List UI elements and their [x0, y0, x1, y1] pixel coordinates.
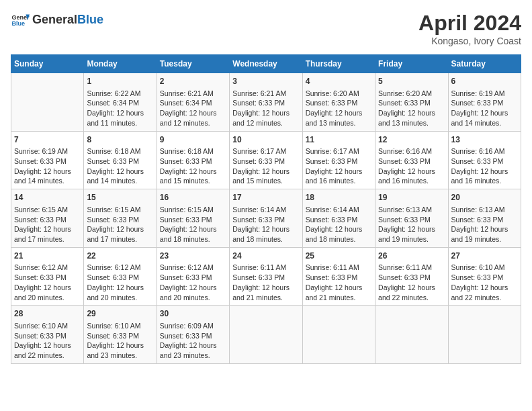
day-number: 27: [451, 250, 518, 262]
day-info: Sunrise: 6:19 AMSunset: 6:33 PMDaylight:…: [14, 146, 81, 186]
calendar-cell: 9Sunrise: 6:18 AMSunset: 6:33 PMDaylight…: [157, 131, 229, 189]
day-number: 5: [378, 76, 445, 87]
calendar-cell: 22Sunrise: 6:12 AMSunset: 6:33 PMDayligh…: [84, 247, 157, 306]
day-number: 6: [451, 76, 518, 87]
calendar-cell: 17Sunrise: 6:14 AMSunset: 6:33 PMDayligh…: [230, 189, 302, 248]
day-info: Sunrise: 6:17 AMSunset: 6:33 PMDaylight:…: [306, 146, 372, 186]
day-info: Sunrise: 6:17 AMSunset: 6:33 PMDaylight:…: [232, 146, 299, 186]
calendar-cell: [375, 306, 448, 364]
day-info: Sunrise: 6:18 AMSunset: 6:33 PMDaylight:…: [87, 146, 153, 186]
calendar-cell: 7Sunrise: 6:19 AMSunset: 6:33 PMDaylight…: [11, 131, 84, 189]
day-info: Sunrise: 6:12 AMSunset: 6:33 PMDaylight:…: [160, 263, 226, 302]
calendar-cell: 4Sunrise: 6:20 AMSunset: 6:33 PMDaylight…: [302, 73, 375, 132]
day-header-saturday: Saturday: [448, 55, 521, 73]
calendar-cell: 5Sunrise: 6:20 AMSunset: 6:33 PMDaylight…: [375, 73, 448, 132]
calendar-cell: 8Sunrise: 6:18 AMSunset: 6:33 PMDaylight…: [84, 131, 157, 189]
calendar-cell: 18Sunrise: 6:14 AMSunset: 6:33 PMDayligh…: [302, 189, 375, 248]
calendar-cell: 21Sunrise: 6:12 AMSunset: 6:33 PMDayligh…: [11, 247, 84, 306]
calendar-cell: 10Sunrise: 6:17 AMSunset: 6:33 PMDayligh…: [230, 131, 302, 189]
day-info: Sunrise: 6:10 AMSunset: 6:33 PMDaylight:…: [451, 263, 518, 302]
calendar-cell: 23Sunrise: 6:12 AMSunset: 6:33 PMDayligh…: [157, 247, 229, 306]
day-header-monday: Monday: [84, 55, 157, 73]
day-info: Sunrise: 6:14 AMSunset: 6:33 PMDaylight:…: [306, 205, 372, 244]
calendar-cell: 6Sunrise: 6:19 AMSunset: 6:33 PMDaylight…: [448, 73, 521, 132]
calendar-cell: [11, 73, 84, 132]
calendar-cell: 30Sunrise: 6:09 AMSunset: 6:33 PMDayligh…: [157, 306, 229, 364]
day-number: 20: [451, 192, 518, 203]
calendar-cell: [302, 306, 375, 364]
day-info: Sunrise: 6:21 AMSunset: 6:34 PMDaylight:…: [160, 89, 226, 128]
calendar-cell: 25Sunrise: 6:11 AMSunset: 6:33 PMDayligh…: [302, 247, 375, 306]
calendar-cell: 3Sunrise: 6:21 AMSunset: 6:33 PMDaylight…: [230, 73, 302, 132]
calendar-cell: 27Sunrise: 6:10 AMSunset: 6:33 PMDayligh…: [448, 247, 521, 306]
day-number: 19: [378, 192, 445, 203]
day-info: Sunrise: 6:15 AMSunset: 6:33 PMDaylight:…: [87, 205, 153, 244]
day-info: Sunrise: 6:22 AMSunset: 6:34 PMDaylight:…: [87, 89, 153, 128]
logo-text: GeneralBlue: [32, 13, 103, 27]
calendar-cell: 24Sunrise: 6:11 AMSunset: 6:33 PMDayligh…: [230, 247, 302, 306]
day-info: Sunrise: 6:15 AMSunset: 6:33 PMDaylight:…: [14, 205, 81, 244]
logo-icon: General Blue: [11, 11, 30, 30]
calendar-cell: 26Sunrise: 6:11 AMSunset: 6:33 PMDayligh…: [375, 247, 448, 306]
day-info: Sunrise: 6:19 AMSunset: 6:33 PMDaylight:…: [451, 89, 518, 128]
day-info: Sunrise: 6:09 AMSunset: 6:33 PMDaylight:…: [160, 321, 226, 361]
day-number: 18: [306, 192, 372, 203]
calendar-cell: 19Sunrise: 6:13 AMSunset: 6:33 PMDayligh…: [375, 189, 448, 248]
day-info: Sunrise: 6:16 AMSunset: 6:33 PMDaylight:…: [378, 146, 445, 186]
day-number: 30: [160, 308, 226, 320]
day-number: 29: [87, 308, 153, 320]
calendar-cell: 15Sunrise: 6:15 AMSunset: 6:33 PMDayligh…: [84, 189, 157, 248]
day-number: 2: [160, 76, 226, 87]
calendar-week-row: 7Sunrise: 6:19 AMSunset: 6:33 PMDaylight…: [11, 131, 521, 189]
day-number: 8: [87, 134, 153, 146]
day-number: 1: [87, 76, 153, 87]
day-info: Sunrise: 6:16 AMSunset: 6:33 PMDaylight:…: [451, 146, 518, 186]
day-number: 17: [232, 192, 299, 203]
day-header-wednesday: Wednesday: [230, 55, 302, 73]
page-title: April 2024: [418, 11, 521, 36]
day-header-friday: Friday: [375, 55, 448, 73]
calendar-cell: [230, 306, 302, 364]
day-info: Sunrise: 6:11 AMSunset: 6:33 PMDaylight:…: [306, 263, 372, 302]
title-block: April 2024 Kongaso, Ivory Coast: [418, 11, 521, 46]
day-number: 16: [160, 192, 226, 203]
day-info: Sunrise: 6:15 AMSunset: 6:33 PMDaylight:…: [160, 205, 226, 244]
day-number: 3: [232, 76, 299, 87]
day-info: Sunrise: 6:12 AMSunset: 6:33 PMDaylight:…: [87, 263, 153, 302]
calendar-week-row: 21Sunrise: 6:12 AMSunset: 6:33 PMDayligh…: [11, 247, 521, 306]
day-info: Sunrise: 6:13 AMSunset: 6:33 PMDaylight:…: [451, 205, 518, 244]
day-number: 28: [14, 308, 81, 320]
day-header-tuesday: Tuesday: [157, 55, 229, 73]
day-info: Sunrise: 6:10 AMSunset: 6:33 PMDaylight:…: [87, 321, 153, 361]
calendar-cell: 1Sunrise: 6:22 AMSunset: 6:34 PMDaylight…: [84, 73, 157, 132]
day-number: 12: [378, 134, 445, 146]
day-info: Sunrise: 6:20 AMSunset: 6:33 PMDaylight:…: [378, 89, 445, 128]
page-subtitle: Kongaso, Ivory Coast: [418, 36, 521, 46]
day-number: 15: [87, 192, 153, 203]
calendar-cell: 29Sunrise: 6:10 AMSunset: 6:33 PMDayligh…: [84, 306, 157, 364]
calendar-cell: 28Sunrise: 6:10 AMSunset: 6:33 PMDayligh…: [11, 306, 84, 364]
calendar-week-row: 1Sunrise: 6:22 AMSunset: 6:34 PMDaylight…: [11, 73, 521, 132]
calendar-cell: 12Sunrise: 6:16 AMSunset: 6:33 PMDayligh…: [375, 131, 448, 189]
page-header: General Blue GeneralBlue April 2024 Kong…: [11, 11, 521, 46]
calendar-week-row: 14Sunrise: 6:15 AMSunset: 6:33 PMDayligh…: [11, 189, 521, 248]
day-number: 11: [306, 134, 372, 146]
day-info: Sunrise: 6:21 AMSunset: 6:33 PMDaylight:…: [232, 89, 299, 128]
calendar-table: SundayMondayTuesdayWednesdayThursdayFrid…: [11, 54, 521, 364]
day-info: Sunrise: 6:13 AMSunset: 6:33 PMDaylight:…: [378, 205, 445, 244]
day-header-thursday: Thursday: [302, 55, 375, 73]
calendar-body: 1Sunrise: 6:22 AMSunset: 6:34 PMDaylight…: [11, 73, 521, 364]
calendar-cell: [448, 306, 521, 364]
day-header-sunday: Sunday: [11, 55, 84, 73]
calendar-cell: 14Sunrise: 6:15 AMSunset: 6:33 PMDayligh…: [11, 189, 84, 248]
calendar-header-row: SundayMondayTuesdayWednesdayThursdayFrid…: [11, 55, 521, 73]
day-number: 4: [306, 76, 372, 87]
day-number: 26: [378, 250, 445, 262]
day-info: Sunrise: 6:20 AMSunset: 6:33 PMDaylight:…: [306, 89, 372, 128]
day-info: Sunrise: 6:14 AMSunset: 6:33 PMDaylight:…: [232, 205, 299, 244]
day-number: 9: [160, 134, 226, 146]
day-number: 24: [232, 250, 299, 262]
day-number: 7: [14, 134, 81, 146]
day-number: 21: [14, 250, 81, 262]
day-number: 14: [14, 192, 81, 203]
